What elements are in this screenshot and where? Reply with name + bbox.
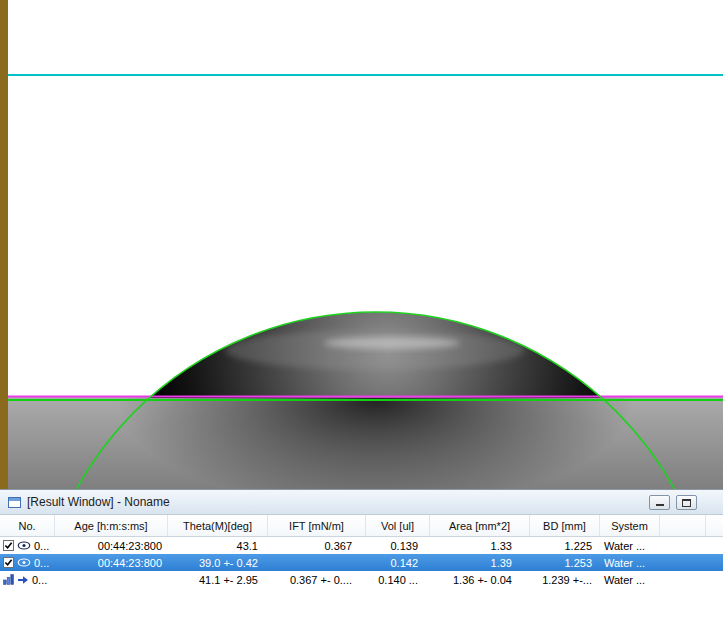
- cell-vol: 0.139: [366, 537, 430, 554]
- row-checkbox[interactable]: [3, 540, 14, 551]
- column-header-vol[interactable]: Vol [ul]: [366, 515, 430, 536]
- cell-age: 00:44:23:800: [55, 554, 168, 571]
- minimize-icon: [656, 504, 664, 506]
- window-icon[interactable]: [8, 497, 21, 508]
- arrow-right-icon: [17, 575, 29, 585]
- cell-system: Water ...: [600, 554, 660, 571]
- drop-shape-analysis-app: [Result Window] - Noname No. Age [h:m:s:…: [0, 0, 723, 625]
- cell-area: 1.36 +- 0.04: [430, 571, 530, 588]
- cell-system: Water ...: [600, 537, 660, 554]
- cell-theta: 39.0 +- 0.42: [168, 554, 268, 571]
- cell-bd: 1.239 +-...: [530, 571, 600, 588]
- column-header-bd[interactable]: BD [mm]: [530, 515, 600, 536]
- column-header-ift[interactable]: IFT [mN/m]: [268, 515, 366, 536]
- row-no-label: 0...: [32, 574, 47, 586]
- result-window: [Result Window] - Noname No. Age [h:m:s:…: [0, 489, 723, 625]
- window-title: [Result Window] - Noname: [27, 495, 170, 509]
- eye-icon[interactable]: [17, 558, 31, 567]
- table-header: No. Age [h:m:s:ms] Theta(M)[deg] IFT [mN…: [0, 515, 723, 537]
- cell-theta: 43.1: [168, 537, 268, 554]
- column-header-system[interactable]: System: [600, 515, 660, 536]
- cell-theta: 41.1 +- 2.95: [168, 571, 268, 588]
- column-header-filler: [660, 515, 705, 536]
- header-corner-box: [705, 515, 723, 536]
- titlebar-buttons: [649, 495, 697, 510]
- result-window-titlebar[interactable]: [Result Window] - Noname: [0, 490, 723, 515]
- cell-area: 1.33: [430, 537, 530, 554]
- table-row[interactable]: 0... 41.1 +- 2.95 0.367 +- 0.... 0.140 .…: [0, 571, 723, 588]
- row-no-label: 0...: [34, 540, 49, 552]
- bar-chart-icon: [3, 574, 14, 585]
- minimize-button[interactable]: [649, 495, 670, 510]
- cell-no: 0...: [0, 554, 55, 571]
- cell-bd: 1.253: [530, 554, 600, 571]
- cell-ift: 0.367 +- 0....: [268, 571, 366, 588]
- cell-no: 0...: [0, 537, 55, 554]
- eye-icon[interactable]: [17, 541, 31, 550]
- cell-area: 1.39: [430, 554, 530, 571]
- left-edge-artifact: [0, 0, 8, 489]
- column-header-area[interactable]: Area [mm*2]: [430, 515, 530, 536]
- column-header-no[interactable]: No.: [0, 515, 55, 536]
- maximize-button[interactable]: [676, 495, 697, 510]
- column-header-age[interactable]: Age [h:m:s:ms]: [55, 515, 168, 536]
- cell-no: 0...: [0, 571, 55, 588]
- column-header-theta[interactable]: Theta(M)[deg]: [168, 515, 268, 536]
- cell-age: [55, 571, 168, 588]
- cell-system: Water ...: [600, 571, 660, 588]
- cell-ift: 0.367: [268, 537, 366, 554]
- cell-bd: 1.225: [530, 537, 600, 554]
- table-row[interactable]: 0... 00:44:23:800 43.1 0.367 0.139 1.33 …: [0, 537, 723, 554]
- row-checkbox[interactable]: [3, 557, 14, 568]
- cell-vol: 0.140 ...: [366, 571, 430, 588]
- cell-vol: 0.142: [366, 554, 430, 571]
- camera-view[interactable]: [0, 0, 723, 489]
- cell-ift: [268, 554, 366, 571]
- drop-image-frame: [0, 0, 723, 489]
- row-no-label: 0...: [34, 557, 49, 569]
- table-body: 0... 00:44:23:800 43.1 0.367 0.139 1.33 …: [0, 537, 723, 588]
- maximize-icon: [682, 499, 691, 507]
- table-row[interactable]: 0... 00:44:23:800 39.0 +- 0.42 0.142 1.3…: [0, 554, 723, 571]
- cell-age: 00:44:23:800: [55, 537, 168, 554]
